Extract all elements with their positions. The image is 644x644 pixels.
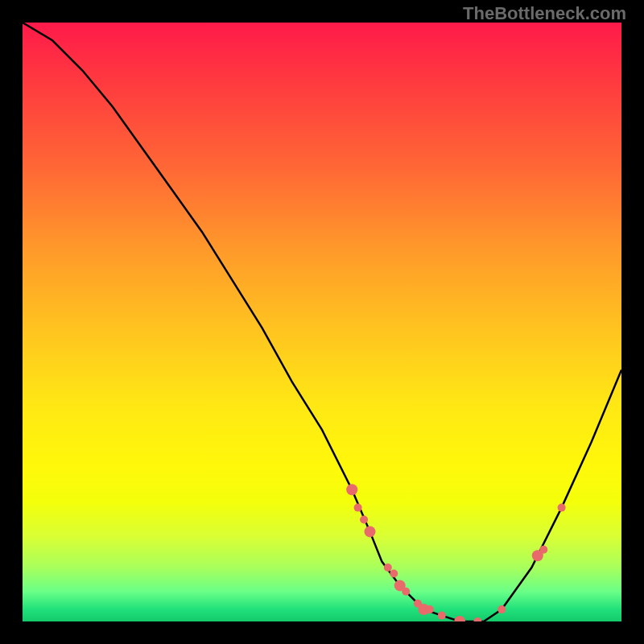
highlight-marker [346, 484, 357, 495]
highlight-marker [497, 605, 506, 613]
highlight-marker [426, 605, 434, 613]
highlight-marker [402, 588, 410, 596]
chart-svg [23, 23, 621, 621]
highlight-marker [365, 526, 376, 537]
highlight-marker [390, 570, 398, 578]
watermark-text: TheBottleneck.com [463, 3, 626, 24]
highlight-marker [454, 616, 465, 621]
highlight-marker [354, 504, 362, 512]
plot-area [23, 23, 621, 621]
highlight-marker [558, 504, 566, 512]
highlight-marker [438, 612, 446, 620]
curve-line [23, 23, 621, 621]
highlight-marker [539, 546, 547, 554]
highlight-marker [360, 516, 368, 524]
highlight-marker [384, 564, 392, 572]
highlight-marker [473, 617, 481, 621]
